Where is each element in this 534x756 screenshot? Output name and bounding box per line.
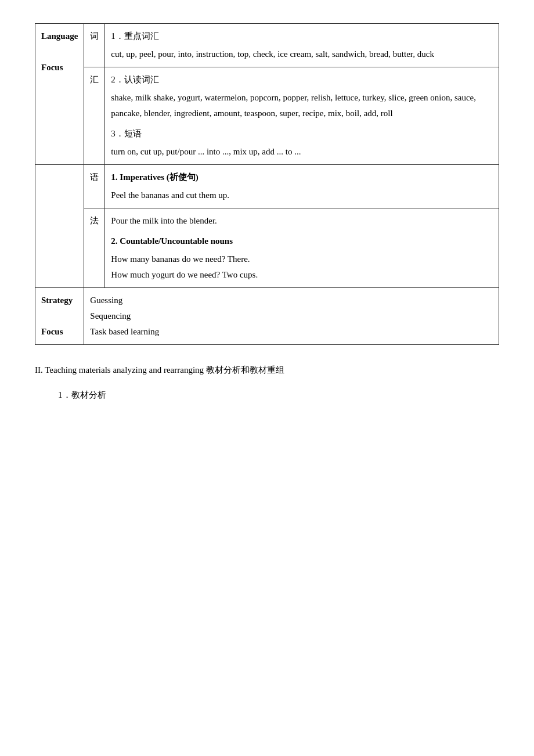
empty-label [35, 165, 84, 288]
vocab-char-ci: 词 [84, 24, 105, 67]
grammar-example4: How much yogurt do we need? Two cups. [111, 267, 493, 283]
footer-teaching-materials: II. Teaching materials analyzing and rea… [35, 362, 499, 378]
strategy-item1: Guessing [90, 293, 493, 308]
grammar-title2: 2. Countable/Uncountable nouns [111, 233, 493, 249]
vocab-title2: 2．认读词汇 [111, 72, 493, 88]
grammar-title1: 1. Imperatives (祈使句) [111, 170, 493, 185]
grammar-example3: How many bananas do we need? There. [111, 251, 493, 267]
strategy-item3: Task based learning [90, 324, 493, 340]
vocab-recognition-words: shake, milk shake, yogurt, watermelon, p… [111, 90, 493, 121]
language-focus-label: Language Focus [35, 24, 84, 165]
vocab-title1: 1．重点词汇 [111, 28, 493, 44]
vocab-key-words: cut, up, peel, pour, into, instruction, … [111, 46, 493, 62]
strategy-item2: Sequencing [90, 308, 493, 324]
section-1-label: 1．教材分析 [58, 390, 499, 401]
vocab-recognition-content: 2．认读词汇 shake, milk shake, yogurt, waterm… [105, 67, 499, 165]
vocab-phrases: turn on, cut up, put/pour ... into ..., … [111, 144, 493, 160]
grammar-example2: Pour the milk into the blender. [111, 213, 493, 229]
main-table: Language Focus 词 1．重点词汇 cut, up, peel, p… [35, 23, 499, 345]
strategy-content: Guessing Sequencing Task based learning [84, 288, 499, 345]
vocab-char-hui: 汇 [84, 67, 105, 165]
vocab-title3: 3．短语 [111, 126, 493, 142]
strategy-focus-label: Strategy Focus [35, 288, 84, 345]
vocab-key-content: 1．重点词汇 cut, up, peel, pour, into, instru… [105, 24, 499, 67]
grammar-char-fa: 法 [84, 208, 105, 288]
grammar-imperatives-content: 1. Imperatives (祈使句) Peel the bananas an… [105, 165, 499, 208]
grammar-char-yu: 语 [84, 165, 105, 208]
grammar-nouns-content: Pour the milk into the blender. 2. Count… [105, 208, 499, 288]
grammar-example1: Peel the bananas and cut them up. [111, 188, 493, 203]
